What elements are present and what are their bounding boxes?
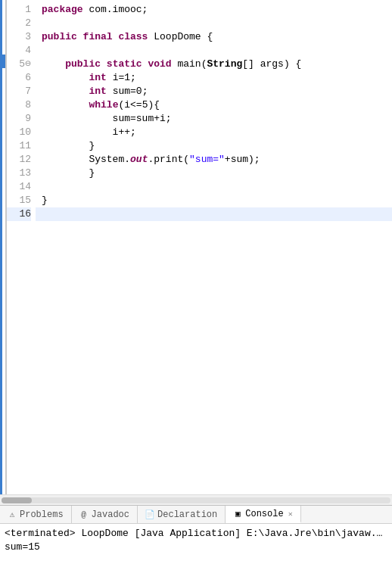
- gutter-line: [2, 68, 5, 82]
- problems-tab-label: Problems: [20, 509, 64, 520]
- gutter-line: [2, 150, 5, 164]
- line-number: 12: [7, 153, 31, 167]
- declaration-tab-icon: 📄: [145, 510, 154, 519]
- gutter-line: [2, 0, 5, 14]
- line-number: 5⊖: [7, 58, 31, 71]
- line-number: 2: [7, 17, 31, 30]
- code-line: [36, 180, 392, 194]
- declaration-tab-label: Declaration: [157, 509, 217, 520]
- line-number: 16: [7, 207, 31, 221]
- gutter-line: [2, 109, 5, 123]
- gutter-line: [2, 191, 5, 204]
- code-line: int i=1;: [36, 71, 392, 85]
- tab-javadoc[interactable]: @Javadoc: [72, 506, 138, 523]
- console-tab-close[interactable]: ✕: [288, 509, 293, 519]
- scroll-track[interactable]: [2, 497, 390, 503]
- scroll-thumb[interactable]: [2, 497, 32, 503]
- code-line: }: [36, 139, 392, 153]
- gutter-line: [2, 95, 5, 109]
- editor-area: 12345⊖678910111213141516 package com.imo…: [0, 0, 392, 505]
- gutter-line: [2, 27, 5, 41]
- line-number: 4: [7, 44, 31, 58]
- line-number: 11: [7, 139, 31, 153]
- console-tab-icon: ▣: [233, 509, 242, 519]
- gutter-line: [2, 14, 5, 27]
- line-number: 8: [7, 98, 31, 112]
- code-line: [36, 207, 392, 221]
- bottom-tabs: ⚠Problems@Javadoc📄Declaration▣Console✕: [0, 505, 392, 523]
- code-line: [36, 17, 392, 30]
- tab-console[interactable]: ▣Console✕: [226, 506, 300, 523]
- code-line: package com.imooc;: [36, 3, 392, 17]
- line-number: 1: [7, 3, 31, 17]
- code-line: System.out.print("sum="+sum);: [36, 153, 392, 167]
- line-number: 13: [7, 167, 31, 180]
- code-line: int sum=0;: [36, 85, 392, 98]
- line-number: 9: [7, 112, 31, 126]
- gutter-line: [2, 164, 5, 177]
- code-line: public final class LoopDome {: [36, 30, 392, 44]
- gutter-line: [2, 136, 5, 150]
- horizontal-scrollbar[interactable]: [0, 494, 392, 505]
- console-line-2: sum=15: [5, 541, 387, 554]
- line-number: 6: [7, 71, 31, 85]
- javadoc-tab-icon: @: [79, 510, 89, 519]
- line-number: 3: [7, 30, 31, 44]
- console-line-1: <terminated> LoopDome [Java Application]…: [5, 527, 387, 541]
- console-area: <terminated> LoopDome [Java Application]…: [0, 523, 392, 564]
- code-line: sum=sum+i;: [36, 112, 392, 126]
- code-line: [36, 44, 392, 58]
- gutter-line: [2, 204, 5, 218]
- code-line: public static void main(String[] args) {: [36, 58, 392, 71]
- code-line: }: [36, 167, 392, 180]
- code-line: i++;: [36, 126, 392, 139]
- line-number: 14: [7, 180, 31, 194]
- gutter-line: [2, 82, 5, 95]
- line-numbers: 12345⊖678910111213141516: [7, 0, 36, 494]
- code-line: while(i<=5){: [36, 98, 392, 112]
- gutter-line: [2, 177, 5, 191]
- code-content[interactable]: package com.imooc;public final class Loo…: [36, 0, 392, 494]
- javadoc-tab-label: Javadoc: [92, 509, 129, 520]
- console-tab-label: Console: [245, 509, 283, 519]
- gutter-line: [2, 55, 5, 68]
- line-number: 15: [7, 194, 31, 207]
- problems-tab-icon: ⚠: [8, 510, 17, 519]
- line-number: 10: [7, 126, 31, 139]
- gutter-line: [2, 41, 5, 55]
- tab-declaration[interactable]: 📄Declaration: [138, 506, 226, 523]
- line-number: 7: [7, 85, 31, 98]
- tab-problems[interactable]: ⚠Problems: [0, 506, 72, 523]
- code-line: }: [36, 194, 392, 207]
- gutter-line: [2, 123, 5, 136]
